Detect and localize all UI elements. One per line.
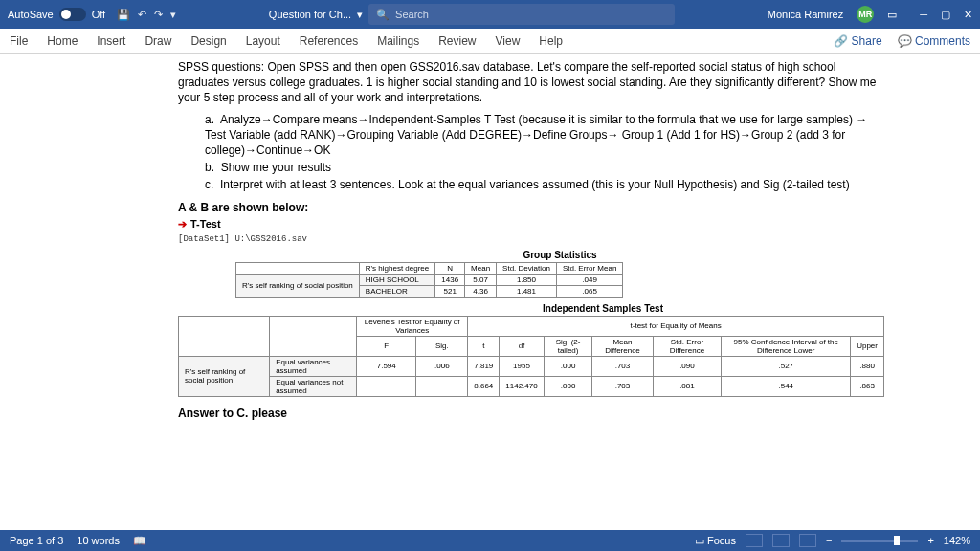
document-body[interactable]: SPSS questions: Open SPSS and then open … xyxy=(0,54,980,530)
tab-help[interactable]: Help xyxy=(539,34,563,48)
ttest-heading: T-Test xyxy=(190,218,221,230)
table-row: R's self ranking of social position Equa… xyxy=(179,356,884,376)
item-a: a. Analyze→Compare means→Independent-Sam… xyxy=(205,112,884,159)
print-layout-icon[interactable] xyxy=(772,534,790,547)
ab-heading: A & B are shown below: xyxy=(178,201,884,214)
group-stats-title: Group Statistics xyxy=(235,250,884,260)
arrow-icon: ➔ xyxy=(178,218,187,230)
maximize-icon[interactable]: ▢ xyxy=(941,9,950,21)
intro-text: SPSS questions: Open SPSS and then open … xyxy=(178,59,884,106)
status-bar: Page 1 of 3 10 words 📖 ▭ Focus − + 142% xyxy=(0,530,980,551)
save-icon[interactable]: 💾 xyxy=(117,9,130,21)
tab-mailings[interactable]: Mailings xyxy=(377,34,419,48)
avatar[interactable]: MR xyxy=(857,6,874,23)
item-b: b. Show me your results xyxy=(205,160,884,175)
search-box[interactable]: 🔍 Search xyxy=(368,4,675,25)
tab-references[interactable]: References xyxy=(300,34,358,48)
ribbon-display-icon[interactable]: ▭ xyxy=(887,9,897,21)
tab-home[interactable]: Home xyxy=(47,34,78,48)
tab-layout[interactable]: Layout xyxy=(246,34,280,48)
share-button[interactable]: 🔗 Share xyxy=(834,34,881,48)
table-row: Equal variances not assumed8.6641142.470… xyxy=(179,376,884,396)
search-icon: 🔍 xyxy=(376,9,390,21)
tab-review[interactable]: Review xyxy=(438,34,476,48)
autosave-toggle[interactable]: AutoSave Off xyxy=(8,8,105,21)
tab-draw[interactable]: Draw xyxy=(145,34,171,48)
zoom-slider[interactable] xyxy=(841,540,918,542)
independent-samples-table: Levene's Test for Equality of Variances … xyxy=(178,316,884,397)
undo-icon[interactable]: ↶ xyxy=(138,9,146,21)
tab-view[interactable]: View xyxy=(496,34,521,48)
spellcheck-icon[interactable]: 📖 xyxy=(133,535,146,547)
web-layout-icon[interactable] xyxy=(799,534,816,547)
comments-button[interactable]: 💬 Comments xyxy=(898,34,970,48)
group-statistics-table: R's highest degreeNMeanStd. DeviationStd… xyxy=(235,262,623,298)
zoom-out-icon[interactable]: − xyxy=(826,535,832,546)
tab-insert[interactable]: Insert xyxy=(97,34,125,48)
focus-mode[interactable]: ▭ Focus xyxy=(695,535,736,547)
tab-file[interactable]: File xyxy=(10,34,28,48)
document-title: Question for Ch...▾ 🔍 Search xyxy=(176,4,768,25)
zoom-level[interactable]: 142% xyxy=(944,535,970,546)
answer-c-heading: Answer to C. please xyxy=(178,407,884,420)
user-name[interactable]: Monica Ramirez xyxy=(768,9,843,20)
indep-title: Independent Samples Test xyxy=(322,303,884,314)
table-row: R's self ranking of social position HIGH… xyxy=(236,274,623,285)
close-icon[interactable]: ✕ xyxy=(964,9,972,21)
title-bar: AutoSave Off 💾 ↶ ↷ ▾ Question for Ch...▾… xyxy=(0,0,980,29)
ribbon-tabs: File Home Insert Draw Design Layout Refe… xyxy=(0,29,980,54)
item-c: c. Interpret with at least 3 sentences. … xyxy=(205,177,884,192)
word-count[interactable]: 10 words xyxy=(77,535,120,546)
dataset-label: [DataSet1] U:\GSS2016.sav xyxy=(178,234,884,244)
read-mode-icon[interactable] xyxy=(746,534,763,547)
page-indicator[interactable]: Page 1 of 3 xyxy=(10,535,63,546)
more-icon[interactable]: ▾ xyxy=(170,9,176,21)
redo-icon[interactable]: ↷ xyxy=(154,9,163,21)
quick-access-toolbar: 💾 ↶ ↷ ▾ xyxy=(117,9,176,21)
tab-design[interactable]: Design xyxy=(190,34,226,48)
minimize-icon[interactable]: ─ xyxy=(920,9,927,21)
zoom-in-icon[interactable]: + xyxy=(927,535,933,546)
